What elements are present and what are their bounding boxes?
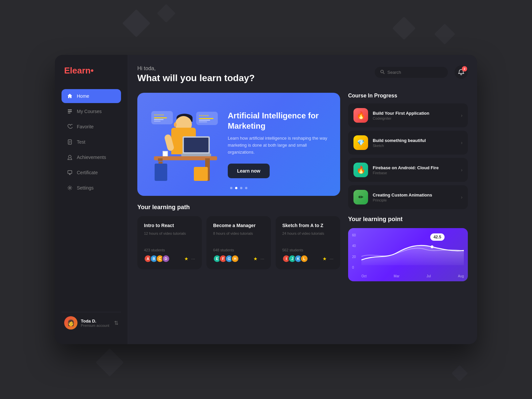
more-options-icon[interactable]: ··· — [191, 256, 195, 261]
progress-item-sketch[interactable]: 💎 Build something beautiful Sketch › — [348, 131, 468, 155]
settings-icon — [67, 185, 73, 191]
hero-description: Learn how artificial intelligence is res… — [228, 135, 330, 156]
sidebar-item-certificate[interactable]: Certificate — [62, 166, 121, 180]
course-card-footer-react: A B C D ★ ··· — [144, 255, 195, 263]
hero-carousel-dots — [230, 187, 247, 189]
chart-peak-dot — [431, 245, 433, 248]
student-avatars-sketch: I J K L — [282, 255, 308, 263]
course-card-manager[interactable]: Become a Manager 8 hours of video tutori… — [206, 216, 271, 269]
notification-badge: 2 — [462, 66, 467, 71]
s-avatar: D — [162, 255, 170, 263]
progress-subtitle: Sketch — [373, 144, 456, 148]
course-card-sketch[interactable]: Sketch from A to Z 24 hours of video tut… — [276, 216, 340, 269]
progress-subtitle: Codeigniter — [373, 116, 456, 120]
course-card-title-manager: Become a Manager — [213, 223, 264, 228]
course-card-hours-manager: 8 hours of video tutorials — [213, 231, 264, 236]
progress-subtitle: Firebase — [373, 171, 456, 175]
sidebar: Elearn• Home My Courses Favorite — [55, 55, 128, 344]
hero-title: Artificial Intelligence for Marketing — [228, 110, 330, 131]
star-icon: ★ — [184, 256, 189, 261]
progress-section: Course In Progress 🔥 Build Your First Ap… — [348, 93, 468, 209]
user-chevron-icon[interactable]: ⇅ — [114, 320, 118, 326]
dot-3[interactable] — [240, 187, 242, 189]
main-content: Hi toda, What will you learn today? 2 — [128, 55, 477, 344]
sidebar-label-settings: Settings — [77, 185, 94, 191]
x-label-mar: Mar — [394, 274, 399, 278]
sidebar-item-favorite[interactable]: Favorite — [62, 120, 121, 134]
content-area: ★★★★★ ★★★★★ — [137, 93, 468, 333]
star-icon: ★ — [253, 256, 258, 261]
y-label-60: 60 — [352, 233, 356, 237]
card-actions: ★ ··· — [253, 256, 264, 261]
sidebar-item-my-courses[interactable]: My Courses — [62, 104, 121, 118]
hero-banner: ★★★★★ ★★★★★ — [137, 93, 340, 196]
sidebar-item-achievements[interactable]: Achievements — [62, 150, 121, 164]
course-cards-list: Intro to React 12 hours of video tutoria… — [137, 216, 340, 269]
dot-4[interactable] — [245, 187, 247, 189]
hero-text: Artificial Intelligence for Marketing Le… — [228, 110, 330, 179]
progress-item-principle[interactable]: ✏ Creating Custom Animations Principle › — [348, 185, 468, 209]
card-actions: ★ ··· — [323, 256, 333, 261]
user-role: Premium account — [81, 324, 111, 328]
card-actions: ★ ··· — [184, 256, 195, 261]
course-card-students-manager: 648 students — [213, 245, 264, 252]
svg-point-11 — [69, 187, 71, 189]
sidebar-item-home[interactable]: Home — [62, 89, 121, 103]
search-input[interactable] — [387, 70, 443, 75]
learning-path-title: Your learning path — [137, 204, 340, 211]
dot-2[interactable] — [235, 187, 237, 189]
dot-1[interactable] — [230, 187, 232, 189]
sidebar-item-settings[interactable]: Settings — [62, 181, 121, 195]
heart-icon — [67, 124, 73, 130]
course-card-hours-sketch: 24 hours of video tutorials — [282, 231, 333, 236]
courses-icon — [67, 108, 73, 114]
s-avatar: H — [231, 255, 239, 263]
progress-icon-codeigniter: 🔥 — [353, 108, 368, 123]
y-label-20: 20 — [352, 255, 356, 259]
sidebar-label-my-courses: My Courses — [77, 109, 102, 114]
learn-now-button[interactable]: Learn now — [228, 164, 270, 178]
progress-icon-principle: ✏ — [353, 190, 368, 204]
search-bar[interactable] — [375, 67, 448, 78]
svg-point-9 — [69, 174, 70, 175]
chart-svg — [361, 233, 464, 265]
course-card-react[interactable]: Intro to React 12 hours of video tutoria… — [137, 216, 202, 269]
header-greeting: Hi toda, — [137, 66, 255, 71]
sidebar-label-achievements: Achievements — [77, 155, 106, 160]
sidebar-label-home: Home — [77, 93, 89, 99]
chart-x-labels: Oct Mar Jul Aug — [361, 274, 464, 278]
svg-rect-8 — [68, 171, 72, 174]
svg-rect-2 — [68, 113, 70, 113]
progress-name: Firebase on Android: Cloud Fire — [373, 165, 456, 170]
progress-item-firebase[interactable]: 🔥 Firebase on Android: Cloud Fire Fireba… — [348, 158, 468, 182]
y-label-0: 0 — [352, 266, 356, 269]
svg-point-12 — [381, 70, 383, 73]
search-icon — [380, 69, 385, 75]
notification-button[interactable]: 2 — [455, 66, 468, 79]
progress-name: Creating Custom Animations — [373, 193, 456, 198]
more-options-icon[interactable]: ··· — [260, 256, 264, 261]
progress-chevron-icon: › — [461, 113, 463, 118]
achievements-icon — [67, 154, 73, 160]
course-card-footer-manager: E F G H ★ ··· — [213, 255, 264, 263]
more-options-icon[interactable]: ··· — [330, 256, 333, 261]
svg-rect-1 — [68, 111, 72, 112]
progress-info: Build Your First Application Codeigniter — [373, 111, 456, 120]
left-column: ★★★★★ ★★★★★ — [137, 93, 340, 333]
progress-subtitle: Principle — [373, 198, 456, 202]
header-title: What will you learn today? — [137, 73, 255, 83]
app-logo: Elearn• — [62, 66, 121, 76]
user-name: Toda D. — [81, 319, 111, 324]
user-profile: 👩 Toda D. Premium account ⇅ — [62, 312, 121, 333]
progress-chevron-icon: › — [461, 195, 463, 200]
sidebar-item-test[interactable]: Test — [62, 135, 121, 149]
progress-section-title: Course In Progress — [348, 93, 468, 99]
chart-section-title: Your learning point — [348, 216, 468, 223]
desk-illustration: ★★★★★ ★★★★★ — [151, 108, 218, 181]
home-icon — [67, 93, 73, 99]
course-card-students-sketch: 562 students — [282, 245, 333, 252]
progress-item-codeigniter[interactable]: 🔥 Build Your First Application Codeignit… — [348, 103, 468, 127]
progress-info: Build something beautiful Sketch — [373, 138, 456, 148]
progress-chevron-icon: › — [461, 140, 463, 145]
progress-name: Build something beautiful — [373, 138, 456, 143]
